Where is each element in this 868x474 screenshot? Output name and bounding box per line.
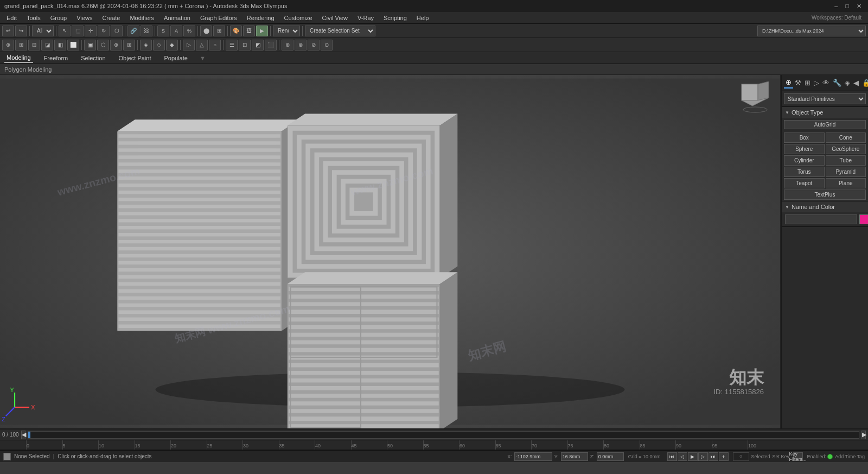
plane-button[interactable]: Plane	[826, 178, 866, 188]
tb2-btn23[interactable]: ⊘	[308, 40, 320, 50]
panel-dropdown[interactable]: Standard Primitives	[782, 91, 868, 107]
close-button[interactable]: ✕	[854, 3, 864, 10]
render-icon[interactable]: ◀	[852, 78, 860, 88]
render-setup[interactable]: 🖼	[243, 26, 255, 36]
menu-edit[interactable]: Edit	[2, 14, 21, 22]
tb2-btn8[interactable]: ⬡	[97, 40, 109, 50]
create-icon[interactable]: ⊕	[784, 77, 793, 89]
minimize-button[interactable]: –	[832, 3, 840, 10]
x-coord-display[interactable]: -1102.9mm	[514, 452, 552, 461]
prev-frame-button[interactable]: ⏮	[667, 452, 677, 461]
menu-vray[interactable]: V-Ray	[353, 14, 378, 22]
undo-button[interactable]: ↩	[2, 26, 14, 36]
render-button[interactable]: ▶	[256, 26, 268, 36]
snap-toggle[interactable]: S	[157, 26, 169, 36]
menu-civil-view[interactable]: Civil View	[318, 14, 352, 22]
scale-button[interactable]: ⬡	[111, 26, 123, 36]
menu-animation[interactable]: Animation	[159, 14, 195, 22]
link-button[interactable]: 🔗	[127, 26, 139, 36]
tb2-btn10[interactable]: ⊞	[123, 40, 135, 50]
view-mode-select[interactable]: Render	[273, 26, 300, 36]
textplus-button[interactable]: TextPlus	[784, 189, 866, 200]
tb2-btn14[interactable]: ▷	[183, 40, 195, 50]
tb2-btn2[interactable]: ⊞	[15, 40, 27, 50]
tb2-btn18[interactable]: ⊡	[239, 40, 251, 50]
next-key-button[interactable]: ▷	[698, 452, 708, 461]
angle-snap[interactable]: A	[170, 26, 182, 36]
window-controls[interactable]: – □ ✕	[832, 3, 864, 10]
tb2-btn24[interactable]: ⊙	[321, 40, 333, 50]
tube-button[interactable]: Tube	[826, 155, 866, 166]
menu-scripting[interactable]: Scripting	[379, 14, 411, 22]
tb2-btn4[interactable]: ◪	[41, 40, 53, 50]
mode-selection[interactable]: Selection	[79, 54, 107, 62]
object-name-input[interactable]	[785, 214, 857, 224]
z-coord-display[interactable]: 0.0mm	[597, 452, 624, 461]
align-button[interactable]: ⊞	[213, 26, 225, 36]
utilities-icon[interactable]: 🔧	[831, 78, 843, 88]
maximize-button[interactable]: □	[843, 3, 851, 10]
rotate-button[interactable]: ↻	[98, 26, 110, 36]
mirror-button[interactable]: ⬤	[200, 26, 212, 36]
pyramid-button[interactable]: Pyramid	[826, 167, 866, 177]
add-time-tag-button[interactable]: +	[719, 452, 729, 461]
menu-tools[interactable]: Tools	[22, 14, 45, 22]
cylinder-button[interactable]: Cylinder	[784, 155, 825, 166]
populate-arrow[interactable]: ▼	[200, 55, 206, 61]
tb2-btn15[interactable]: △	[196, 40, 208, 50]
geosphere-button[interactable]: GeoSphere	[826, 144, 866, 154]
tb2-btn11[interactable]: ◈	[140, 40, 152, 50]
color-swatch[interactable]	[859, 214, 868, 224]
timeline-prev-button[interactable]: ◀	[21, 431, 25, 439]
status-color-swatch[interactable]	[3, 453, 11, 460]
mode-freeform[interactable]: Freeform	[42, 54, 71, 62]
y-coord-display[interactable]: 16.8mm	[561, 452, 588, 461]
percent-snap[interactable]: %	[183, 26, 195, 36]
timeline-track[interactable]	[28, 431, 859, 439]
object-type-header[interactable]: ▼ Object Type	[782, 107, 868, 118]
tb2-btn3[interactable]: ⊟	[28, 40, 40, 50]
tb2-btn22[interactable]: ⊗	[295, 40, 307, 50]
tb2-btn12[interactable]: ◇	[153, 40, 165, 50]
menu-help[interactable]: Help	[412, 14, 433, 22]
mode-objectpaint[interactable]: Object Paint	[117, 54, 154, 62]
menu-group[interactable]: Group	[46, 14, 72, 22]
tb2-btn1[interactable]: ⊕	[2, 40, 14, 50]
select-button[interactable]: ↖	[59, 26, 71, 36]
sphere-button[interactable]: Sphere	[784, 144, 825, 154]
tb2-btn21[interactable]: ⊕	[282, 40, 293, 50]
autogrid-button[interactable]: AutoGrid	[784, 120, 866, 129]
menu-modifiers[interactable]: Modifiers	[125, 14, 158, 22]
timeline-playhead[interactable]	[28, 432, 30, 438]
create-selection-select[interactable]: Create Selection Set	[305, 26, 375, 36]
menu-rendering[interactable]: Rendering	[242, 14, 279, 22]
viewport-gizmo[interactable]	[739, 81, 771, 114]
menu-views[interactable]: Views	[72, 14, 97, 22]
move-button[interactable]: ✛	[85, 26, 97, 36]
modify-icon[interactable]: ⚒	[793, 78, 803, 88]
play-button[interactable]: ▶	[688, 452, 698, 461]
add-time-tag-label[interactable]: Add Time Tag	[835, 454, 865, 459]
anim-icon[interactable]: ◈	[843, 78, 852, 88]
display-icon[interactable]: 👁	[821, 78, 831, 88]
selection-set-select[interactable]: All	[32, 26, 54, 36]
tb2-btn5[interactable]: ◧	[54, 40, 66, 50]
tb2-btn9[interactable]: ⊕	[110, 40, 122, 50]
material-editor[interactable]: 🎨	[230, 26, 242, 36]
tb2-btn6[interactable]: ⬜	[67, 40, 79, 50]
menu-create[interactable]: Create	[98, 14, 124, 22]
prev-key-button[interactable]: ◁	[678, 452, 687, 461]
lock-icon[interactable]: 🔒	[860, 78, 868, 88]
select-region-button[interactable]: ⬚	[72, 26, 84, 36]
tb2-btn19[interactable]: ◩	[252, 40, 264, 50]
next-frame-button[interactable]: ⏭	[709, 452, 718, 461]
mode-populate[interactable]: Populate	[162, 54, 189, 62]
tb2-btn13[interactable]: ◆	[166, 40, 178, 50]
menu-graph-editors[interactable]: Graph Editors	[196, 14, 241, 22]
redo-button[interactable]: ↪	[15, 26, 27, 36]
timeline-next-button[interactable]: ▶	[861, 431, 866, 439]
tb2-btn17[interactable]: ☰	[226, 40, 238, 50]
motion-icon[interactable]: ▷	[812, 78, 821, 88]
box-button[interactable]: Box	[784, 132, 825, 143]
path-input[interactable]: D:\ZHM\Docu...ds Max 2024	[757, 26, 866, 36]
